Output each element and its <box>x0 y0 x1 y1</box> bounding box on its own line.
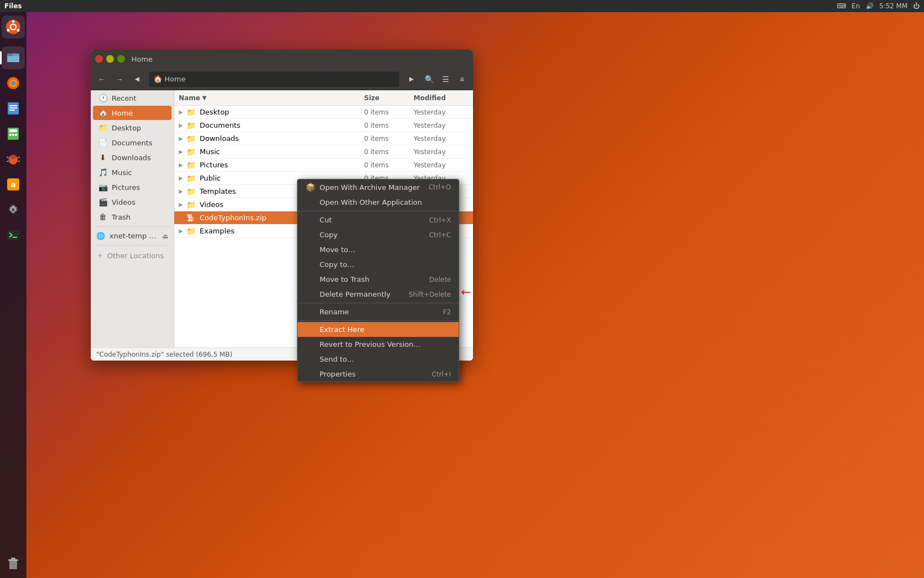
home-icon: 🏠 <box>153 75 162 83</box>
file-icon: 📁 <box>186 108 197 117</box>
ctx-item-move-to-trash[interactable]: Move to Trash Delete <box>298 272 459 287</box>
ctx-item-delete-perm[interactable]: Delete Permanently Shift+Delete <box>298 287 459 302</box>
svg-rect-16 <box>9 129 17 132</box>
ctx-left: Extract Here <box>305 325 365 334</box>
ctx-left: Properties <box>305 370 356 378</box>
ctx-item-revert[interactable]: Revert to Previous Version… <box>298 337 459 352</box>
file-name: Documents <box>200 121 364 129</box>
ctx-item-open-other[interactable]: Open With Other Application <box>298 195 459 210</box>
svg-rect-32 <box>9 560 17 569</box>
keyboard-icon[interactable]: ⌨ <box>837 2 846 10</box>
breadcrumb-left-arrow[interactable]: ◀ <box>129 72 145 87</box>
ctx-label: Rename <box>320 308 349 316</box>
ctx-item-copy-to[interactable]: Copy to… <box>298 257 459 272</box>
expand-arrow: ▶ <box>179 122 186 128</box>
close-button[interactable] <box>95 55 103 63</box>
ctx-item-move-to[interactable]: Move to… <box>298 242 459 257</box>
taskbar-text[interactable] <box>2 97 25 120</box>
maximize-button[interactable] <box>117 55 125 63</box>
column-size[interactable]: Size <box>364 94 414 102</box>
svg-line-23 <box>18 157 20 158</box>
column-name[interactable]: Name ▼ <box>179 94 364 102</box>
archive-icon: 📦 <box>305 183 315 192</box>
taskbar-terminal[interactable] <box>2 223 25 247</box>
expand-arrow: ▶ <box>179 135 186 141</box>
menu-button[interactable]: ≡ <box>454 72 470 87</box>
ctx-label: Copy <box>320 231 338 239</box>
ctx-item-send-to[interactable]: Send to… <box>298 352 459 367</box>
file-name: Desktop <box>200 108 364 116</box>
breadcrumb-right-arrow[interactable]: ▶ <box>404 72 419 87</box>
taskbar-amazon[interactable]: a <box>2 173 25 196</box>
expand-arrow: ▶ <box>179 109 186 115</box>
sidebar-item-desktop[interactable]: 📁 Desktop <box>93 121 172 135</box>
back-button[interactable]: ← <box>94 72 109 87</box>
pictures-label: Pictures <box>112 183 140 192</box>
sort-arrow: ▼ <box>202 95 207 101</box>
volume-icon[interactable]: 🔊 <box>866 2 874 10</box>
power-icon[interactable]: ⏻ <box>913 2 920 10</box>
taskbar-settings[interactable] <box>2 198 25 221</box>
sidebar-item-trash[interactable]: 🗑 Trash <box>93 210 172 224</box>
breadcrumb[interactable]: 🏠 Home <box>149 72 399 87</box>
file-row[interactable]: ▶ 📁 Music 0 items Yesterday <box>174 145 473 159</box>
file-row[interactable]: ▶ 📁 Pictures 0 items Yesterday <box>174 159 473 172</box>
ctx-left: Send to… <box>305 355 354 363</box>
ctx-item-rename[interactable]: Rename F2 <box>298 304 459 319</box>
file-row[interactable]: ▶ 📁 Desktop 0 items Yesterday <box>174 106 473 119</box>
title-bar: Home <box>91 50 473 68</box>
ctx-shortcut: Delete <box>430 276 451 283</box>
ctx-divider <box>298 211 459 211</box>
file-size: 0 items <box>364 135 414 143</box>
eject-icon[interactable]: ⏏ <box>162 232 168 240</box>
ctx-label: Delete Permanently <box>320 290 391 298</box>
ctx-label: Move to… <box>320 246 355 254</box>
taskbar-firefox[interactable] <box>2 72 25 95</box>
taskbar-bug[interactable] <box>2 148 25 171</box>
svg-rect-33 <box>8 559 18 561</box>
documents-icon: 📄 <box>98 138 107 147</box>
sidebar-item-recent[interactable]: 🕐 Recent <box>93 91 172 105</box>
svg-rect-18 <box>12 134 14 136</box>
search-button[interactable]: 🔍 <box>421 72 437 87</box>
lang-indicator[interactable]: En <box>851 2 860 10</box>
file-icon: 📁 <box>186 200 197 209</box>
file-row[interactable]: ▶ 📁 Documents 0 items Yesterday <box>174 119 473 132</box>
ctx-item-extract-here[interactable]: Extract Here <box>298 322 459 337</box>
top-bar: Files ⌨ En 🔊 5:52 MM ⏻ <box>0 0 924 12</box>
downloads-label: Downloads <box>112 154 151 162</box>
sidebar-item-documents[interactable]: 📄 Documents <box>93 135 172 150</box>
ctx-label: Properties <box>320 370 356 378</box>
view-toggle-button[interactable]: ☰ <box>438 72 453 87</box>
ctx-item-copy[interactable]: Copy Ctrl+C <box>298 227 459 242</box>
ubuntu-icon[interactable] <box>2 15 25 39</box>
file-modified: Yesterday <box>414 108 469 116</box>
add-icon: ＋ <box>96 250 104 260</box>
sidebar-item-pictures[interactable]: 📷 Pictures <box>93 180 172 194</box>
window-title: Home <box>131 55 152 63</box>
sidebar-item-home[interactable]: 🏠 Home <box>93 106 172 120</box>
taskbar-trash-bottom[interactable] <box>2 552 25 575</box>
file-row[interactable]: ▶ 📁 Downloads 0 items Yesterday <box>174 132 473 145</box>
ctx-item-open-archive[interactable]: 📦 Open With Archive Manager Ctrl+O <box>298 179 459 195</box>
taskbar-files[interactable] <box>2 46 25 69</box>
taskbar-calc[interactable] <box>2 122 25 145</box>
other-locations[interactable]: ＋ Other Locations <box>91 248 174 263</box>
sidebar-network[interactable]: 🌐 xnet-temp on … ⏏ <box>91 229 174 243</box>
column-modified[interactable]: Modified <box>414 94 469 102</box>
svg-rect-6 <box>7 56 19 62</box>
ctx-item-properties[interactable]: Properties Ctrl+I <box>298 367 459 381</box>
sidebar-item-videos[interactable]: 🎬 Videos <box>93 195 172 209</box>
downloads-icon: ⬇ <box>98 153 107 162</box>
sidebar-item-music[interactable]: 🎵 Music <box>93 165 172 179</box>
minimize-button[interactable] <box>106 55 114 63</box>
sidebar-item-downloads[interactable]: ⬇ Downloads <box>93 150 172 165</box>
ctx-label: Revert to Previous Version… <box>320 340 421 348</box>
file-modified: Yesterday <box>414 148 469 156</box>
forward-button[interactable]: → <box>112 72 127 87</box>
file-icon: 📁 <box>186 121 197 130</box>
ctx-item-cut[interactable]: Cut Ctrl+X <box>298 212 459 227</box>
svg-point-2 <box>12 20 15 23</box>
ctx-label: Open With Archive Manager <box>320 183 420 192</box>
ctx-left: Move to Trash <box>305 275 370 283</box>
